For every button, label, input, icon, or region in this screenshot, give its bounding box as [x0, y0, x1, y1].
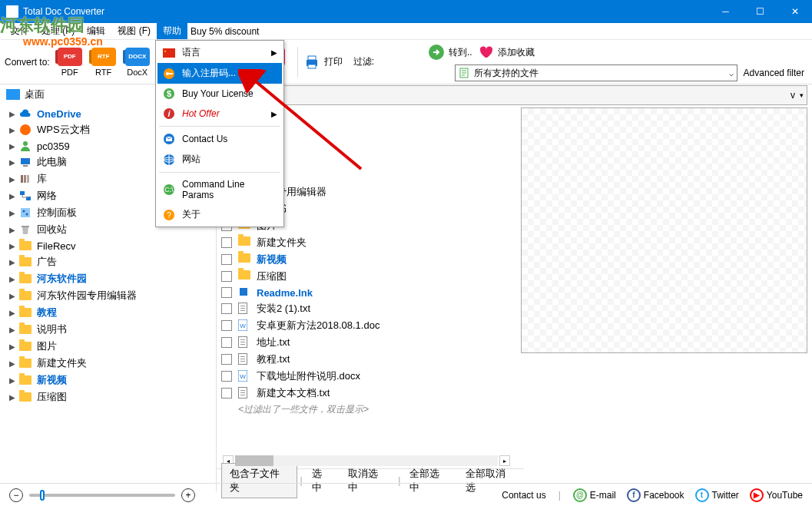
tree-item[interactable]: ▶新视频 — [8, 372, 216, 389]
contact-us-link[interactable]: Contact us — [502, 490, 545, 501]
expand-icon[interactable]: ▶ — [8, 226, 17, 234]
expand-icon[interactable]: ▶ — [8, 275, 17, 283]
folder-icon — [18, 306, 32, 319]
menu-view[interactable]: 视图 (F) — [111, 23, 157, 39]
menu-item[interactable]: iHot Offer▶ — [157, 104, 282, 124]
checkbox[interactable] — [221, 271, 232, 282]
horizontal-scrollbar[interactable]: ◂ ▸ — [217, 455, 516, 467]
checkbox[interactable] — [221, 303, 232, 314]
expand-icon[interactable]: ▶ — [8, 326, 17, 334]
svg-text:C:\: C:\ — [164, 186, 174, 193]
zoom-in-button[interactable]: + — [181, 488, 195, 502]
menu-item[interactable]: Contact Us — [157, 129, 282, 149]
expand-icon[interactable]: ▶ — [8, 258, 17, 266]
file-item[interactable]: Readme.lnk — [221, 285, 512, 300]
file-item[interactable]: 新建文件夹 — [221, 234, 512, 251]
tree-item[interactable]: ▶说明书 — [8, 321, 216, 338]
expand-icon[interactable]: ▶ — [8, 158, 17, 167]
advanced-filter-link[interactable]: Advanced filter — [744, 68, 804, 78]
file-item[interactable]: 安装2 (1).txt — [221, 300, 512, 317]
separator — [297, 47, 298, 78]
expand-icon[interactable]: ▶ — [8, 393, 17, 402]
menu-file[interactable]: 文件 — [5, 23, 35, 39]
checkbox[interactable] — [221, 388, 232, 399]
window-title: Total Doc Converter — [23, 6, 708, 17]
file-label: 下载地址附件说明.docx — [257, 369, 360, 383]
expand-icon[interactable]: ▶ — [8, 309, 17, 317]
tree-item[interactable]: ▶图片 — [8, 338, 216, 355]
menu-item[interactable]: ?关于 — [157, 204, 282, 225]
expand-icon[interactable]: ▶ — [8, 175, 17, 184]
expand-icon[interactable]: ▶ — [8, 242, 17, 250]
tree-item[interactable]: ▶教程 — [8, 304, 216, 321]
svg-text:W: W — [240, 322, 246, 329]
menu-item[interactable]: $Buy Your License — [157, 84, 282, 104]
social-links: Contact us | @E-mailfFacebooktTwitter▶Yo… — [502, 488, 803, 502]
expand-icon[interactable]: ▶ — [8, 376, 17, 385]
menu-help[interactable]: 帮助 — [157, 23, 187, 39]
checkbox[interactable] — [221, 287, 232, 298]
checkbox[interactable] — [221, 237, 232, 248]
tree-item[interactable]: ▶新建文件夹 — [8, 355, 216, 372]
convert-button[interactable]: 转到.. — [427, 43, 472, 61]
file-label: 新建文件夹 — [257, 236, 307, 250]
file-item[interactable]: W安卓更新方法2018.08.1.doc — [221, 317, 512, 334]
file-item[interactable]: W下载地址附件说明.docx — [221, 368, 512, 385]
close-button[interactable]: ✕ — [777, 0, 812, 23]
menu-edit[interactable]: 编辑 — [81, 23, 111, 39]
filter-select[interactable]: 所有支持的文件 ⌵ — [455, 64, 737, 81]
expand-icon[interactable]: ▶ — [8, 342, 17, 351]
social-e-mail-link[interactable]: @E-mail — [573, 488, 616, 502]
expand-icon[interactable]: ▶ — [8, 192, 17, 200]
file-item[interactable]: 压缩图 — [221, 268, 512, 285]
checkbox[interactable] — [221, 337, 232, 348]
file-item[interactable]: 新视频 — [221, 251, 512, 268]
desktop-icon — [6, 89, 20, 100]
social-facebook-link[interactable]: fFacebook — [627, 488, 684, 502]
social-label: Twitter — [712, 490, 739, 501]
expand-icon[interactable]: ▶ — [8, 209, 17, 217]
file-item[interactable]: 地址.txt — [221, 334, 512, 351]
print-button[interactable]: 打印 — [303, 53, 343, 71]
tree-item[interactable]: ▶FileRecv — [8, 238, 216, 253]
menu-item[interactable]: 网站 — [157, 149, 282, 170]
checkbox[interactable] — [221, 320, 232, 331]
expand-icon[interactable]: ▶ — [8, 359, 17, 368]
expand-icon[interactable]: ▶ — [8, 110, 17, 118]
checkbox[interactable] — [221, 354, 232, 365]
file-item[interactable]: 教程.txt — [221, 351, 512, 368]
file-item[interactable]: 新建文本文档.txt — [221, 385, 512, 402]
checkbox[interactable] — [221, 371, 232, 382]
file-area: v ▾ 牛园牛园专用编辑器说明书图片新建文件夹新视频压缩图Readme.lnk安… — [217, 84, 812, 491]
format-rtf-button[interactable]: RTFRTF — [90, 48, 118, 77]
menu-item[interactable]: 输入注册码... — [157, 63, 282, 84]
twitter-icon: t — [695, 488, 709, 502]
printer-icon — [303, 53, 321, 71]
expand-icon[interactable]: ▶ — [8, 126, 17, 134]
menu-item[interactable]: C:\Command Line Params — [157, 175, 282, 204]
zoom-slider[interactable] — [29, 494, 175, 497]
menu-process[interactable]: 处理 (P) — [35, 23, 81, 39]
format-pdf-button[interactable]: PDFPDF — [56, 48, 84, 77]
tree-item[interactable]: ▶河东软件园 — [8, 270, 216, 287]
path-bar[interactable]: v ▾ — [221, 85, 807, 105]
minimize-button[interactable]: ─ — [708, 0, 743, 23]
format-docx-button[interactable]: DOCXDocX — [124, 48, 151, 77]
tree-item[interactable]: ▶河东软件园专用编辑器 — [8, 287, 216, 304]
social-twitter-link[interactable]: tTwitter — [695, 488, 739, 502]
zoom-out-button[interactable]: − — [9, 488, 23, 502]
discount-link[interactable]: Buy 5% discount — [191, 26, 259, 37]
menu-item[interactable]: 语言▶ — [157, 42, 282, 63]
expand-icon[interactable]: ▶ — [8, 292, 17, 300]
tree-item[interactable]: ▶压缩图 — [8, 389, 216, 405]
favorite-button[interactable]: 添加收藏 — [476, 43, 535, 61]
svg-rect-18 — [240, 288, 247, 296]
expand-icon[interactable]: ▶ — [8, 142, 17, 150]
svg-point-15 — [23, 210, 25, 213]
filtered-message[interactable]: <过滤出了一些文件，双击显示> — [221, 402, 512, 418]
checkbox[interactable] — [221, 254, 232, 265]
social-youtube-link[interactable]: ▶YouTube — [750, 488, 803, 502]
maximize-button[interactable]: ☐ — [743, 0, 777, 23]
svg-point-5 — [20, 124, 31, 135]
tree-item[interactable]: ▶广告 — [8, 253, 216, 270]
